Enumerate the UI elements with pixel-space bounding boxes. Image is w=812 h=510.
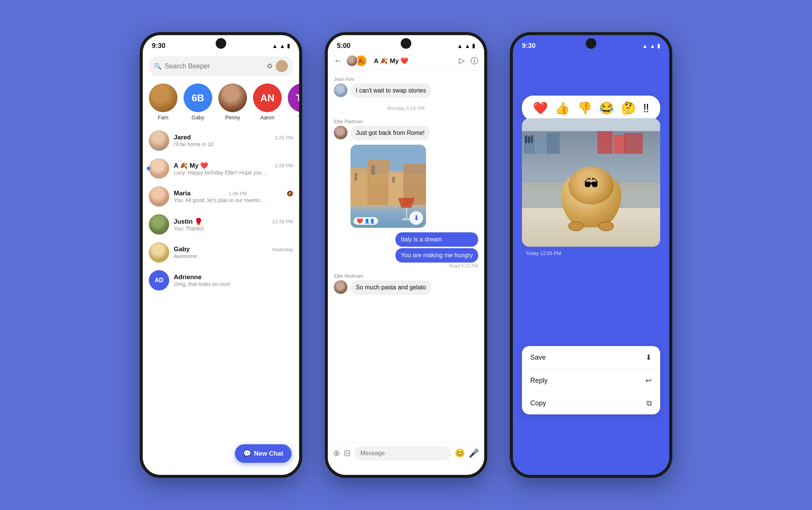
back-button[interactable]: ← xyxy=(334,56,342,66)
message-input[interactable] xyxy=(354,446,451,461)
chat-item-amy[interactable]: A 🍂 My ❤️ 2:29 PM Lucy: Happy birthday E… xyxy=(143,155,299,182)
search-bar[interactable]: 🔍 ⚙ xyxy=(149,56,293,76)
reaction-heart[interactable]: ❤️ xyxy=(533,101,548,115)
chat-item-justin[interactable]: Justin 🥊 12:26 PM You: Thanks! xyxy=(143,210,299,238)
wifi-icon-2: ▲ xyxy=(457,43,463,49)
story-tori[interactable]: TS Tori xyxy=(288,83,299,121)
add-icon[interactable]: ⊕ xyxy=(333,448,340,458)
context-menu-copy[interactable]: Copy ⧉ xyxy=(522,392,660,414)
chat-item-jared[interactable]: Jared 3:25 PM I'll be home in 10 xyxy=(143,127,299,155)
msg-sender-ellie3: Ellie Redman xyxy=(334,273,478,279)
reply-label: Reply xyxy=(530,377,548,385)
reaction-thinking[interactable]: 🤔 xyxy=(621,101,636,115)
message-input-bar: ⊕ ⊟ 😊 🎤 xyxy=(328,442,484,464)
mute-icon-maria: 🔕 xyxy=(287,190,293,196)
story-penny[interactable]: Welcome to blue bubbles! Penny xyxy=(218,83,247,121)
message-jean1: Jean Kim I can't wait to swap stories xyxy=(334,76,478,98)
context-menu-save[interactable]: Save ⬇ xyxy=(522,346,660,369)
header-action-icons: ▷ ⓘ xyxy=(459,56,478,66)
message-mine-group: Italy is a dream You are making me hungr… xyxy=(334,232,478,269)
chat-preview-adrienne: Omg, that looks so nice! xyxy=(174,281,268,287)
chat-name-maria: Maria xyxy=(174,190,190,197)
chat-name-row-maria: Maria 1:08 PM 🔕 xyxy=(174,190,293,197)
chat-preview-maria: You: All good, let's plan in our meeting… xyxy=(174,197,268,203)
svg-rect-13 xyxy=(624,133,643,154)
chat-time-amy: 2:29 PM xyxy=(275,163,293,168)
chat-time-justin: 12:26 PM xyxy=(272,219,293,224)
chat-name-gaby: Gaby xyxy=(174,246,190,253)
stories-row: Fam 6B Gaby Welcome to blue bubbles! Pen… xyxy=(143,80,299,124)
chat-time-jared: 3:25 PM xyxy=(275,135,293,141)
dog-image-container[interactable]: 🕶 xyxy=(522,118,660,247)
status-bar-1: 9:30 ▲ ▲ ▮ xyxy=(143,35,299,52)
svg-rect-9 xyxy=(536,137,546,154)
msg-row-ellie3: So much pasta and gelato xyxy=(334,280,478,295)
story-gaby[interactable]: 6B Gaby xyxy=(184,83,212,121)
svg-rect-4 xyxy=(354,173,357,181)
chat-preview-amy: Lucy: Happy birthday Ellie!! Hope you've… xyxy=(174,170,268,176)
chat-item-gaby[interactable]: Gaby Yesterday Awesome. xyxy=(143,238,299,266)
wifi-icon-3: ▲ xyxy=(642,43,648,49)
reaction-thumbsdown[interactable]: 👎 xyxy=(577,101,592,115)
msg-row-ellie1: Just got back from Rome! xyxy=(334,126,478,140)
story-aaron[interactable]: AN Aaron xyxy=(253,83,282,121)
svg-rect-5 xyxy=(371,165,375,175)
dog-paw-right xyxy=(599,222,614,231)
battery-icon-3: ▮ xyxy=(657,42,660,49)
story-initials-aaron: AN xyxy=(260,92,275,104)
save-label: Save xyxy=(530,354,546,362)
chat-name-row-jared: Jared 3:25 PM xyxy=(174,134,293,141)
msg-avatar-ellie1 xyxy=(334,126,347,139)
story-fam[interactable]: Fam xyxy=(149,83,178,121)
msg-bubble-ellie1: Just got back from Rome! xyxy=(350,126,430,140)
story-label-tori: Tori xyxy=(298,114,299,121)
status-time-2: 5:00 xyxy=(337,42,350,50)
context-menu: Save ⬇ Reply ↩ Copy ⧉ xyxy=(522,346,660,414)
chat-item-adrienne[interactable]: AD Adrienne Omg, that looks so nice! xyxy=(143,266,299,294)
unread-dot-amy xyxy=(147,167,150,170)
svg-rect-14 xyxy=(525,136,527,143)
dog-scene: 🕶 xyxy=(522,118,660,247)
chat-avatar-maria xyxy=(149,186,169,207)
new-chat-button[interactable]: 💬 New Chat xyxy=(235,444,292,463)
rome-buildings-svg xyxy=(350,160,426,205)
status-icons-1: ▲ ▲ ▮ xyxy=(272,42,290,49)
download-button[interactable]: ⬇ xyxy=(409,211,423,225)
chat-name-row-adrienne: Adrienne xyxy=(174,274,293,281)
rome-image-bubble[interactable]: ❤️ 👤👤 ⬇ xyxy=(350,145,426,228)
chat-preview-gaby: Awesome. xyxy=(174,253,268,259)
chat-avatar-gaby xyxy=(149,242,169,263)
chat-time-maria: 1:08 PM xyxy=(229,191,247,196)
info-icon[interactable]: ⓘ xyxy=(471,56,478,66)
chat-name-row-gaby: Gaby Yesterday xyxy=(174,246,293,253)
svg-rect-15 xyxy=(528,136,530,143)
gear-icon[interactable]: ⚙ xyxy=(267,62,273,70)
mine-bubble-group: Italy is a dream You are making me hungr… xyxy=(395,232,478,263)
chat-info-jared: Jared 3:25 PM I'll be home in 10 xyxy=(174,134,293,147)
emoji-icon[interactable]: 😊 xyxy=(455,448,465,458)
search-input[interactable] xyxy=(165,62,264,70)
chat-info-gaby: Gaby Yesterday Awesome. xyxy=(174,246,293,259)
chat-item-maria[interactable]: Maria 1:08 PM 🔕 You: All good, let's pla… xyxy=(143,182,299,210)
sticker-icon[interactable]: ⊟ xyxy=(344,448,350,458)
signal-icon-2: ▲ xyxy=(465,43,470,49)
svg-rect-12 xyxy=(614,135,625,154)
msg-avatar-jean xyxy=(334,83,347,97)
story-initials-gaby: 6B xyxy=(191,92,204,104)
camera-notch-2 xyxy=(401,38,411,49)
messages-area: Jean Kim I can't wait to swap stories Mo… xyxy=(328,70,484,448)
user-avatar[interactable] xyxy=(276,60,288,72)
status-bar-2: 5:00 ▲ ▲ ▮ xyxy=(328,35,484,52)
status-icons-2: ▲ ▲ ▮ xyxy=(457,42,475,49)
phone-2: 5:00 ▲ ▲ ▮ ← 🍂 A 🍂 My ❤️ ▷ ⓘ Jean Kim I … xyxy=(325,32,487,478)
context-menu-reply[interactable]: Reply ↩ xyxy=(522,369,660,392)
search-icon: 🔍 xyxy=(154,63,162,70)
svg-rect-10 xyxy=(546,133,560,154)
camera-notch-1 xyxy=(216,38,226,49)
video-call-icon[interactable]: ▷ xyxy=(459,56,465,66)
dog-head: 🕶 xyxy=(568,167,614,204)
reaction-exclamation[interactable]: ‼️ xyxy=(643,101,649,115)
reaction-thumbsup[interactable]: 👍 xyxy=(555,101,570,115)
reaction-laugh[interactable]: 😂 xyxy=(599,101,614,115)
mic-icon[interactable]: 🎤 xyxy=(469,448,479,458)
